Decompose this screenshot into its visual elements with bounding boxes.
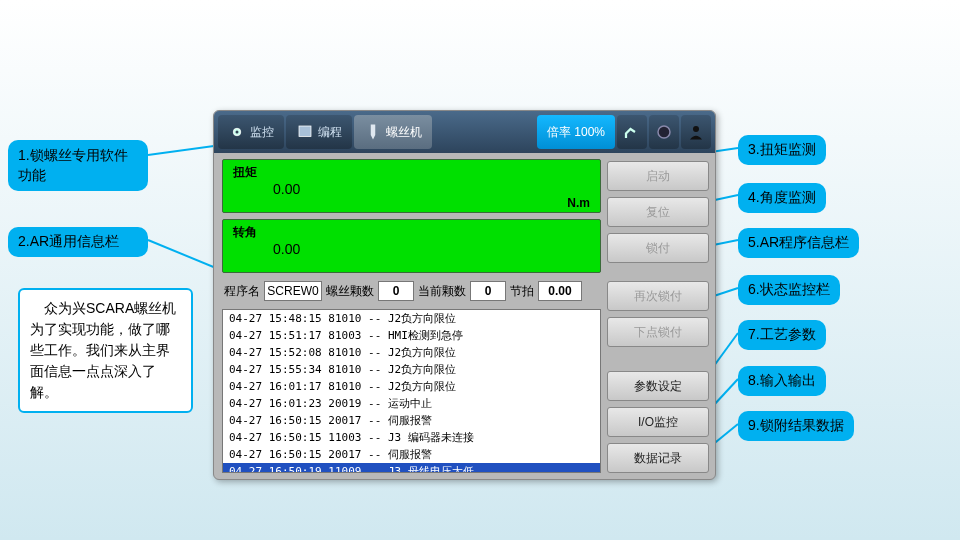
intro-text: 众为兴SCARA螺丝机为了实现功能，做了哪些工作。我们来从主界面信息一点点深入了… xyxy=(18,288,193,413)
log-row[interactable]: 04-27 16:50:15 20017 -- 伺服报警 xyxy=(223,446,600,463)
total-label: 螺丝颗数 xyxy=(326,283,374,300)
current-field[interactable] xyxy=(470,281,506,301)
svg-point-14 xyxy=(658,126,670,138)
callout-1: 1.锁螺丝专用软件功能 xyxy=(8,140,148,191)
lock-button[interactable]: 锁付 xyxy=(607,233,709,263)
cycle-field[interactable] xyxy=(538,281,582,301)
toolbar: 监控 编程 螺丝机 倍率 100% xyxy=(214,111,715,153)
callout-6: 6.状态监控栏 xyxy=(738,275,840,305)
log-row[interactable]: 04-27 16:01:23 20019 -- 运动中止 xyxy=(223,395,600,412)
log-panel[interactable]: 04-27 15:48:15 81010 -- J2负方向限位04-27 15:… xyxy=(222,309,601,473)
log-row[interactable]: 04-27 15:51:17 81003 -- HMI检测到急停 xyxy=(223,327,600,344)
screw-icon xyxy=(364,123,382,141)
progname-field[interactable] xyxy=(264,281,322,301)
tab-screw-label: 螺丝机 xyxy=(386,124,422,141)
callout-3: 3.扭矩监测 xyxy=(738,135,826,165)
angle-value: 0.00 xyxy=(233,241,590,257)
io-button[interactable]: I/O监控 xyxy=(607,407,709,437)
svg-marker-13 xyxy=(371,135,376,140)
reset-button[interactable]: 复位 xyxy=(607,197,709,227)
robot-icon xyxy=(623,123,641,141)
log-row[interactable]: 04-27 15:52:08 81010 -- J2负方向限位 xyxy=(223,344,600,361)
log-row[interactable]: 04-27 16:01:17 81010 -- J2负方向限位 xyxy=(223,378,600,395)
torque-value: 0.00 xyxy=(233,181,590,197)
circle-icon xyxy=(655,123,673,141)
angle-title: 转角 xyxy=(233,224,590,241)
callout-2: 2.AR通用信息栏 xyxy=(8,227,148,257)
log-row[interactable]: 04-27 16:50:15 20017 -- 伺服报警 xyxy=(223,412,600,429)
torque-monitor: 扭矩 0.00 N.m xyxy=(222,159,601,213)
code-icon xyxy=(296,123,314,141)
info-row: 程序名 螺丝颗数 当前颗数 节拍 xyxy=(222,279,601,303)
callout-8: 8.输入输出 xyxy=(738,366,826,396)
svg-rect-11 xyxy=(299,126,311,137)
app-window: 监控 编程 螺丝机 倍率 100% 扭矩 0.00 N.m xyxy=(213,110,716,480)
torque-title: 扭矩 xyxy=(233,164,590,181)
log-row[interactable]: 04-27 16:50:15 11003 -- J3 编码器未连接 xyxy=(223,429,600,446)
callout-7: 7.工艺参数 xyxy=(738,320,826,350)
rate-button[interactable]: 倍率 100% xyxy=(537,115,615,149)
callout-4: 4.角度监测 xyxy=(738,183,826,213)
tab-program-label: 编程 xyxy=(318,124,342,141)
params-button[interactable]: 参数设定 xyxy=(607,371,709,401)
start-button[interactable]: 启动 xyxy=(607,161,709,191)
record-button[interactable]: 数据记录 xyxy=(607,443,709,473)
user-button[interactable] xyxy=(681,115,711,149)
angle-monitor: 转角 0.00 xyxy=(222,219,601,273)
tab-monitor[interactable]: 监控 xyxy=(218,115,284,149)
callout-5: 5.AR程序信息栏 xyxy=(738,228,859,258)
svg-point-15 xyxy=(693,126,699,132)
robot-button[interactable] xyxy=(617,115,647,149)
current-label: 当前颗数 xyxy=(418,283,466,300)
user-icon xyxy=(687,123,705,141)
callout-9: 9.锁附结果数据 xyxy=(738,411,854,441)
tab-monitor-label: 监控 xyxy=(250,124,274,141)
next-button[interactable]: 下点锁付 xyxy=(607,317,709,347)
svg-point-10 xyxy=(236,131,239,134)
circle-button[interactable] xyxy=(649,115,679,149)
relock-button[interactable]: 再次锁付 xyxy=(607,281,709,311)
gear-icon xyxy=(228,123,246,141)
log-row[interactable]: 04-27 15:55:34 81010 -- J2负方向限位 xyxy=(223,361,600,378)
tab-program[interactable]: 编程 xyxy=(286,115,352,149)
total-field[interactable] xyxy=(378,281,414,301)
tab-screw[interactable]: 螺丝机 xyxy=(354,115,432,149)
log-row[interactable]: 04-27 16:50:19 11009 -- J3 母线电压太低 xyxy=(223,463,600,473)
cycle-label: 节拍 xyxy=(510,283,534,300)
torque-unit: N.m xyxy=(567,196,590,210)
progname-label: 程序名 xyxy=(224,283,260,300)
svg-rect-12 xyxy=(371,125,376,136)
log-row[interactable]: 04-27 15:48:15 81010 -- J2负方向限位 xyxy=(223,310,600,327)
rate-label: 倍率 100% xyxy=(547,124,605,141)
